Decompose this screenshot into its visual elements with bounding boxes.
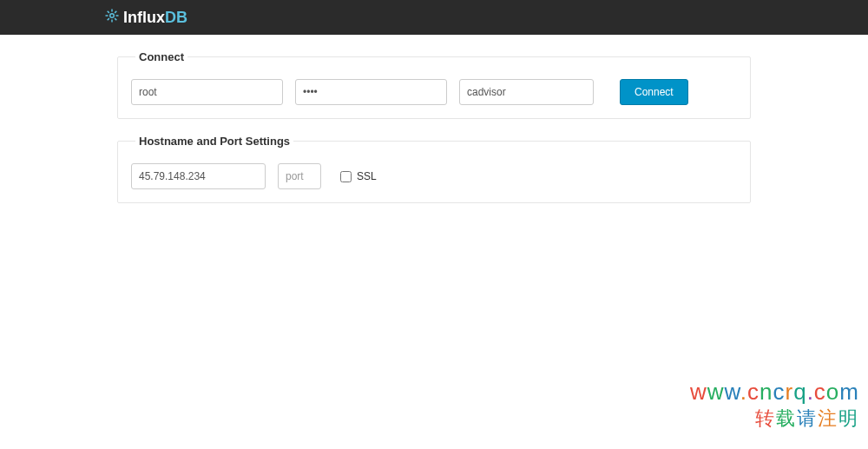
brand-logo[interactable]: InfluxDB xyxy=(104,8,187,27)
svg-point-0 xyxy=(110,14,115,18)
connect-button[interactable]: Connect xyxy=(620,79,688,105)
ssl-label[interactable]: SSL xyxy=(357,170,377,182)
hostname-input[interactable] xyxy=(131,163,266,189)
password-input[interactable] xyxy=(295,79,447,105)
svg-line-5 xyxy=(108,11,109,13)
svg-line-7 xyxy=(108,18,109,20)
host-settings-legend: Hostname and Port Settings xyxy=(135,135,293,148)
navbar: InfluxDB xyxy=(0,0,868,35)
brand-text: InfluxDB xyxy=(123,9,187,27)
connect-legend: Connect xyxy=(135,50,187,63)
ssl-checkbox[interactable] xyxy=(340,171,352,182)
database-input[interactable] xyxy=(459,79,594,105)
host-settings-fieldset: Hostname and Port Settings SSL xyxy=(117,135,751,203)
port-input[interactable] xyxy=(278,163,321,189)
influxdb-logo-icon xyxy=(104,8,120,27)
username-input[interactable] xyxy=(131,79,283,105)
svg-line-8 xyxy=(115,11,116,13)
svg-line-6 xyxy=(115,18,116,20)
connect-fieldset: Connect Connect xyxy=(117,50,751,119)
